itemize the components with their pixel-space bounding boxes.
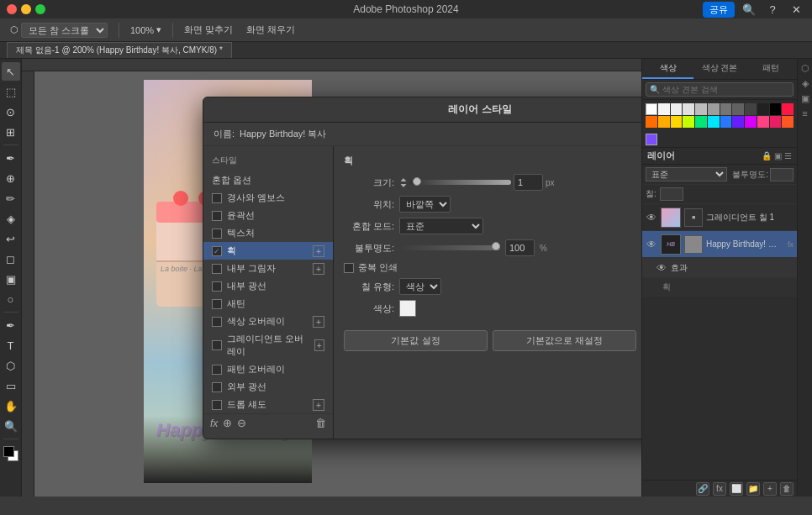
inner-shadow-add-btn[interactable]: + bbox=[313, 263, 324, 275]
style-pattern-overlay[interactable]: 패턴 오버레이 bbox=[203, 360, 333, 378]
swatch-gray-2[interactable] bbox=[671, 103, 683, 115]
layer-group-btn[interactable]: 📁 bbox=[746, 482, 760, 496]
color-swatch[interactable] bbox=[399, 300, 416, 317]
gradient-tool[interactable]: ▣ bbox=[2, 270, 20, 288]
style-bevel-emboss[interactable]: 경사와 엠보스 bbox=[203, 189, 333, 207]
drop-shadow-checkbox[interactable] bbox=[212, 400, 222, 410]
defaults-button[interactable]: 기본값 설정 bbox=[344, 330, 488, 351]
clone-tool[interactable]: ◈ bbox=[2, 209, 20, 228]
swatch-white[interactable] bbox=[646, 103, 657, 115]
style-drop-shadow[interactable]: 드롭 섀도 + bbox=[203, 396, 333, 413]
type-tool[interactable]: T bbox=[2, 336, 20, 355]
swatch-rose[interactable] bbox=[770, 116, 782, 128]
opacity-input[interactable]: 100 bbox=[505, 239, 535, 256]
size-down-arrow[interactable] bbox=[401, 183, 407, 187]
swatch-lime[interactable] bbox=[683, 116, 694, 128]
style-blend-options[interactable]: 혼합 옵션 bbox=[203, 171, 333, 189]
layer-gradient[interactable]: 👁 ■ 그레이디언트 칠 1 bbox=[642, 204, 797, 231]
swatch-gray-4[interactable] bbox=[695, 103, 707, 115]
style-outer-glow[interactable]: 외부 광선 bbox=[203, 378, 333, 396]
shape-tool[interactable]: ▭ bbox=[2, 376, 20, 395]
layers-options-icon[interactable]: ☰ bbox=[784, 151, 792, 160]
layer-stroke-effect[interactable]: 획 bbox=[642, 278, 797, 297]
tab-color[interactable]: 색상 bbox=[642, 59, 693, 79]
layer-new-btn[interactable]: + bbox=[763, 482, 777, 496]
style-stroke[interactable]: 획 + bbox=[203, 242, 333, 260]
style-color-overlay[interactable]: 색상 오버레이 + bbox=[203, 313, 333, 330]
close-app-button[interactable]: ✕ bbox=[787, 0, 805, 18]
dodge-tool[interactable]: ○ bbox=[2, 290, 20, 308]
swatch-green[interactable] bbox=[695, 116, 707, 128]
fill-screen-button[interactable]: 화면 채우기 bbox=[241, 22, 300, 38]
position-select[interactable]: 바깥쪽 bbox=[399, 196, 451, 213]
style-inner-glow[interactable]: 내부 광선 bbox=[203, 277, 333, 295]
swatch-blue[interactable] bbox=[720, 116, 732, 128]
history-brush[interactable]: ↩ bbox=[2, 229, 20, 248]
layer-style-btn[interactable]: fx bbox=[713, 482, 726, 496]
panel-icon-4[interactable]: ≡ bbox=[799, 108, 811, 119]
swatch-gray-5[interactable] bbox=[708, 103, 720, 115]
fit-screen-button[interactable]: 화면 맞추기 bbox=[179, 22, 238, 38]
satin-checkbox[interactable] bbox=[212, 299, 222, 309]
reset-defaults-button[interactable]: 기본값으로 재설정 bbox=[493, 330, 636, 351]
minimize-button[interactable] bbox=[21, 4, 31, 14]
layer-delete-btn[interactable]: 🗑 bbox=[780, 482, 794, 496]
eyedropper-tool[interactable]: ✒ bbox=[2, 149, 20, 167]
size-input[interactable]: 1 bbox=[514, 174, 543, 191]
canvas[interactable]: La boite · La boite · Happy Birthday! 레이… bbox=[34, 71, 641, 497]
fill-layer-input[interactable]: 100 bbox=[660, 187, 683, 201]
texture-checkbox[interactable] bbox=[212, 229, 222, 239]
crop-tool[interactable]: ⊞ bbox=[2, 123, 20, 141]
outer-glow-checkbox[interactable] bbox=[212, 382, 222, 392]
style-gradient-overlay[interactable]: 그레이디언트 오버레이 + bbox=[203, 330, 333, 360]
search-input[interactable] bbox=[662, 85, 789, 94]
inner-glow-checkbox[interactable] bbox=[212, 281, 222, 292]
fx-icon-1[interactable]: ⊕ bbox=[223, 417, 232, 429]
maximize-button[interactable] bbox=[35, 4, 45, 14]
layer-birthday-text[interactable]: 👁 HB Happy Birthday! 복사 fx bbox=[642, 231, 797, 258]
lasso-tool[interactable]: ⊙ bbox=[2, 102, 20, 121]
close-button[interactable] bbox=[7, 4, 17, 14]
opacity-layer-input[interactable]: 100 bbox=[770, 168, 794, 181]
swatch-violet[interactable] bbox=[745, 116, 757, 128]
swatch-orange[interactable] bbox=[646, 116, 657, 128]
blend-mode-layer-select[interactable]: 표준 bbox=[646, 167, 727, 181]
brush-tool[interactable]: ✏ bbox=[2, 189, 20, 208]
panel-icon-3[interactable]: ▣ bbox=[799, 92, 811, 104]
document-tab[interactable]: 제목 없음-1 @ 200% (Happy Birthday! 복사, CMYK… bbox=[7, 42, 232, 58]
swatch-gray-6[interactable] bbox=[720, 103, 732, 115]
tab-swatches[interactable]: 색상 견본 bbox=[693, 59, 745, 79]
foreground-color[interactable] bbox=[3, 446, 14, 457]
layers-filter-icon[interactable]: ▣ bbox=[774, 151, 782, 160]
healing-tool[interactable]: ⊕ bbox=[2, 169, 20, 187]
pen-tool[interactable]: ✒ bbox=[2, 316, 20, 334]
fx-delete[interactable]: 🗑 bbox=[315, 417, 326, 429]
tab-gradients[interactable]: 패턴 bbox=[746, 59, 797, 79]
contour-checkbox[interactable] bbox=[212, 211, 222, 221]
size-up-arrow[interactable] bbox=[401, 177, 407, 181]
swatch-gray-3[interactable] bbox=[683, 103, 694, 115]
layer-effect[interactable]: 👁 효과 bbox=[642, 258, 797, 278]
drop-shadow-add-btn[interactable]: + bbox=[313, 399, 324, 411]
gradient-overlay-checkbox[interactable] bbox=[212, 340, 222, 350]
hand-tool[interactable]: ✋ bbox=[2, 397, 20, 415]
tool-mode-select[interactable]: 모든 참 스크롤 bbox=[21, 23, 108, 38]
swatch-pink[interactable] bbox=[757, 116, 769, 128]
swatch-deep-orange[interactable] bbox=[782, 116, 794, 128]
window-controls[interactable] bbox=[7, 4, 45, 14]
swatch-gray-1[interactable] bbox=[658, 103, 670, 115]
fill-type-select[interactable]: 색상 bbox=[399, 278, 441, 295]
zoom-tool[interactable]: 🔍 bbox=[2, 417, 20, 435]
swatch-cyan[interactable] bbox=[708, 116, 720, 128]
eraser-tool[interactable]: ◻ bbox=[2, 250, 20, 268]
gradient-overlay-add-btn[interactable]: + bbox=[314, 339, 324, 351]
layer-mask-btn[interactable]: ⬜ bbox=[730, 482, 743, 496]
layer-vis-effect[interactable]: 👁 bbox=[656, 262, 667, 274]
bevel-checkbox[interactable] bbox=[212, 193, 222, 203]
zoom-display[interactable]: 100% ▾ bbox=[125, 23, 166, 37]
color-overlay-add-btn[interactable]: + bbox=[313, 316, 324, 328]
overprint-checkbox[interactable] bbox=[344, 263, 354, 273]
inner-shadow-checkbox[interactable] bbox=[212, 264, 222, 274]
pattern-overlay-checkbox[interactable] bbox=[212, 365, 222, 375]
swatch-dark[interactable] bbox=[757, 103, 769, 115]
